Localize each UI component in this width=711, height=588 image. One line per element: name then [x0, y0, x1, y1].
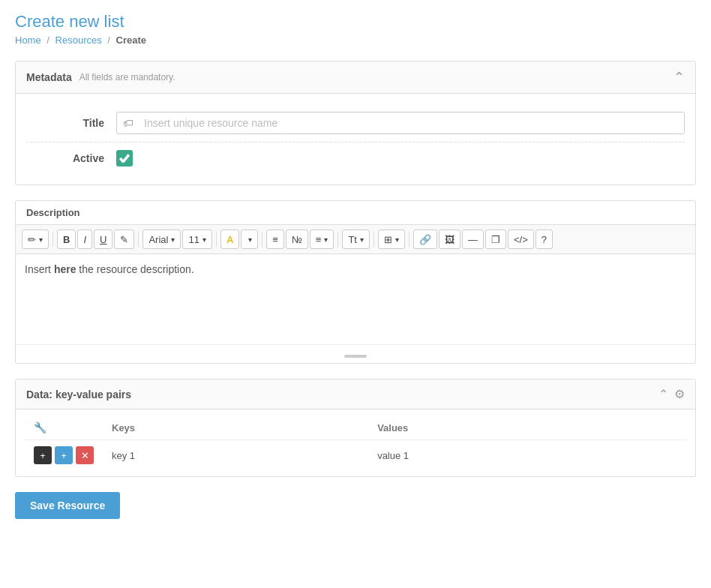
- toolbar-code-btn[interactable]: </>: [508, 230, 534, 249]
- toolbar-color-btn[interactable]: A: [220, 230, 239, 249]
- data-section: Data: key-value pairs ⌃ ⚙ 🔧 Keys Values: [15, 379, 696, 477]
- data-table-body: + + ✕ key 1 value 1: [25, 440, 686, 471]
- page-title: Create new list: [15, 12, 696, 32]
- breadcrumb: Home / Resources / Create: [15, 34, 696, 46]
- data-table: 🔧 Keys Values + + ✕ key 1: [25, 416, 686, 470]
- title-row: Title 🏷: [26, 104, 685, 142]
- value-cell: value 1: [368, 440, 686, 471]
- col-values: Values: [368, 416, 686, 440]
- metadata-subtitle: All fields are mandatory.: [80, 72, 176, 82]
- data-table-wrapper: 🔧 Keys Values + + ✕ key 1: [16, 410, 695, 476]
- col-icon: 🔧: [25, 416, 103, 440]
- editor-text-plain: Insert: [25, 263, 54, 275]
- active-row: Active: [26, 142, 685, 174]
- toolbar-color-arrow-btn[interactable]: [241, 230, 258, 249]
- key-cell: key 1: [103, 440, 368, 471]
- editor-content[interactable]: Insert here the resource description.: [16, 254, 695, 344]
- data-section-title: Data: key-value pairs: [26, 388, 131, 400]
- data-table-header-row: 🔧 Keys Values: [25, 416, 686, 440]
- toolbar-pen-btn[interactable]: ✏: [22, 230, 49, 249]
- toolbar-link-btn[interactable]: 🔗: [413, 230, 437, 249]
- title-input[interactable]: [140, 112, 684, 134]
- toolbar-underline-btn[interactable]: U: [94, 230, 112, 249]
- metadata-title: Metadata: [26, 71, 72, 83]
- toolbar-italic-btn[interactable]: I: [77, 230, 92, 249]
- data-header: Data: key-value pairs ⌃ ⚙: [16, 380, 695, 410]
- settings-icon[interactable]: ⚙: [674, 387, 685, 401]
- metadata-section: Metadata All fields are mandatory. ⌃ Tit…: [15, 61, 696, 185]
- delete-row-btn[interactable]: ✕: [76, 446, 94, 464]
- toolbar-ol-btn[interactable]: №: [286, 230, 308, 249]
- toolbar-textstyle-btn[interactable]: Tt: [342, 230, 370, 249]
- description-section: Description ✏ B I U ✎ Arial 11 A ≡ № ≡ T…: [15, 200, 696, 364]
- metadata-body: Title 🏷 Active: [16, 94, 695, 184]
- toolbar-font-btn[interactable]: Arial: [142, 230, 181, 249]
- toolbar-bold-btn[interactable]: B: [57, 230, 76, 249]
- toolbar-ul-btn[interactable]: ≡: [266, 230, 284, 249]
- add-row-btn[interactable]: +: [34, 446, 52, 464]
- active-checkbox[interactable]: [116, 150, 133, 166]
- row-actions-cell: + + ✕: [25, 440, 103, 471]
- toolbar-help-btn[interactable]: ?: [536, 230, 553, 249]
- breadcrumb-resources[interactable]: Resources: [56, 34, 102, 46]
- table-row: + + ✕ key 1 value 1: [25, 440, 686, 471]
- edit-row-btn[interactable]: +: [55, 446, 73, 464]
- metadata-header: Metadata All fields are mandatory. ⌃: [16, 62, 695, 94]
- description-header: Description: [16, 201, 695, 225]
- toolbar-hr-btn[interactable]: —: [462, 230, 484, 249]
- active-label: Active: [26, 152, 116, 164]
- editor-text-rest: the resource description.: [76, 263, 194, 275]
- editor-toolbar: ✏ B I U ✎ Arial 11 A ≡ № ≡ Tt ⊞ 🔗 🖼 — ❐ …: [16, 225, 695, 254]
- editor-text-bold: here: [54, 263, 76, 275]
- toolbar-fullscreen-btn[interactable]: ❐: [485, 230, 506, 249]
- metadata-toggle[interactable]: ⌃: [674, 69, 685, 86]
- title-input-wrapper: 🏷: [116, 112, 685, 134]
- breadcrumb-current: Create: [116, 34, 146, 46]
- toolbar-align-btn[interactable]: ≡: [310, 230, 334, 249]
- col-keys: Keys: [103, 416, 368, 440]
- breadcrumb-home[interactable]: Home: [15, 34, 41, 46]
- collapse-icon[interactable]: ⌃: [658, 387, 668, 401]
- wrench-icon: 🔧: [34, 422, 46, 434]
- row-actions: + + ✕: [34, 446, 94, 464]
- title-label: Title: [26, 117, 116, 129]
- toolbar-highlight-btn[interactable]: ✎: [114, 230, 134, 249]
- toolbar-table-btn[interactable]: ⊞: [378, 230, 405, 249]
- editor-footer: [16, 344, 695, 363]
- tag-icon: 🏷: [117, 112, 140, 134]
- toolbar-image-btn[interactable]: 🖼: [439, 230, 460, 249]
- toolbar-size-btn[interactable]: 11: [182, 230, 212, 249]
- save-resource-button[interactable]: Save Resource: [15, 492, 120, 519]
- editor-resize-handle[interactable]: [344, 355, 367, 358]
